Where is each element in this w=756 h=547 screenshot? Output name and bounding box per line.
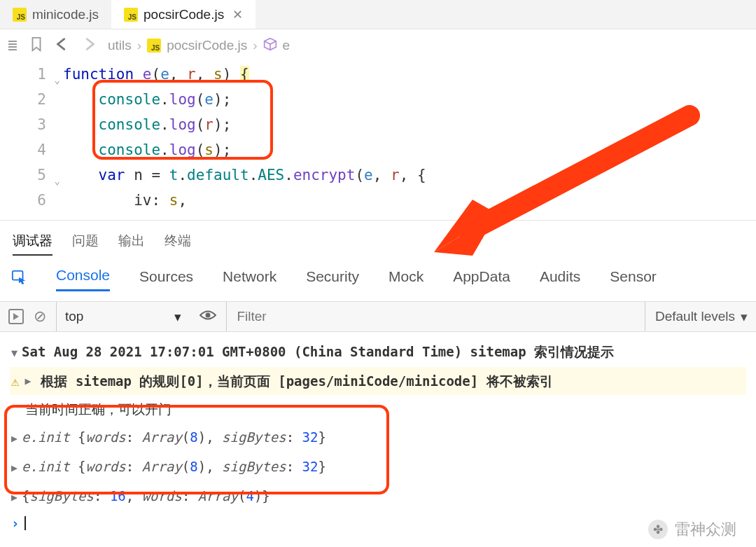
js-icon: JS bbox=[13, 8, 27, 22]
caret bbox=[24, 516, 26, 530]
tab-problems[interactable]: 问题 bbox=[72, 232, 99, 256]
chevron-right-icon: › bbox=[253, 38, 257, 53]
tab-network[interactable]: Network bbox=[223, 268, 276, 291]
context-select[interactable]: top ▾ bbox=[56, 302, 190, 331]
bookmark-icon[interactable] bbox=[29, 36, 43, 55]
code-line: console.log(s); bbox=[63, 137, 756, 162]
code-line: var n = t.default.AES.encrypt(e, r, { bbox=[63, 162, 756, 188]
console-group-header[interactable]: Sat Aug 28 2021 17:07:01 GMT+0800 (China… bbox=[10, 338, 746, 367]
chevron-down-icon: ▾ bbox=[741, 309, 748, 325]
tab-console[interactable]: Console bbox=[56, 267, 110, 291]
breadcrumb: utils › JS pocsirCode.js › e bbox=[108, 37, 290, 55]
breadcrumb-toolbar: ≣ utils › JS pocsirCode.js › e bbox=[0, 29, 756, 62]
expand-icon[interactable] bbox=[24, 370, 31, 392]
file-tab-pocsircode[interactable]: JS pocsirCode.js ✕ bbox=[111, 0, 255, 29]
eye-icon[interactable] bbox=[200, 309, 216, 325]
prompt-chevron-icon: › bbox=[11, 515, 19, 531]
console-object[interactable]: e.init {words: Array(8), sigBytes: 32} bbox=[10, 423, 746, 452]
breadcrumb-symbol[interactable]: e bbox=[283, 38, 290, 53]
chevron-down-icon: ▾ bbox=[174, 309, 181, 325]
back-icon[interactable] bbox=[55, 37, 70, 55]
console-text: Sat Aug 28 2021 17:07:01 GMT+0800 (China… bbox=[22, 344, 614, 359]
line-number: 2 bbox=[37, 91, 46, 108]
clear-console-icon[interactable]: ⊘ bbox=[34, 307, 46, 326]
levels-label: Default levels bbox=[655, 309, 735, 324]
console-toolbar: ⊘ top ▾ Default levels ▾ bbox=[0, 301, 756, 332]
play-icon[interactable] bbox=[8, 309, 24, 324]
tab-output[interactable]: 输出 bbox=[118, 232, 145, 256]
expand-icon[interactable] bbox=[11, 342, 18, 364]
devtools-tabs: Console Sources Network Security Mock Ap… bbox=[0, 261, 756, 301]
expand-icon[interactable] bbox=[11, 457, 18, 479]
breadcrumb-folder[interactable]: utils bbox=[108, 38, 132, 53]
log-levels-select[interactable]: Default levels ▾ bbox=[645, 302, 748, 331]
tab-terminal[interactable]: 终端 bbox=[164, 232, 191, 256]
warning-icon: ⚠ bbox=[11, 370, 19, 392]
line-number: 3 bbox=[37, 116, 46, 133]
console-log-line: 当前时间正确，可以开门 bbox=[10, 395, 746, 423]
line-number: 6 bbox=[37, 192, 46, 209]
code-editor[interactable]: 1⌄ function e(e, r, s) { 2 console.log(e… bbox=[0, 62, 756, 220]
expand-icon[interactable] bbox=[11, 427, 18, 450]
file-tab-label: minicode.js bbox=[32, 7, 99, 22]
code-line: console.log(e); bbox=[63, 87, 756, 112]
file-tab-label: pocsirCode.js bbox=[144, 7, 224, 22]
file-tab-bar: JS minicode.js JS pocsirCode.js ✕ bbox=[0, 0, 756, 29]
js-icon: JS bbox=[147, 39, 161, 53]
wechat-icon: ✤ bbox=[648, 520, 668, 539]
file-tab-minicode[interactable]: JS minicode.js bbox=[0, 0, 111, 29]
console-prompt[interactable]: › bbox=[10, 511, 746, 535]
chevron-right-icon: › bbox=[137, 38, 141, 53]
cube-icon bbox=[263, 37, 277, 55]
close-icon[interactable]: ✕ bbox=[232, 7, 243, 22]
expand-icon[interactable] bbox=[11, 486, 18, 508]
line-number: 5 bbox=[37, 167, 46, 184]
tab-sensor[interactable]: Sensor bbox=[610, 268, 657, 291]
tab-audits[interactable]: Audits bbox=[540, 268, 580, 291]
console-object[interactable]: e.init {words: Array(8), sigBytes: 32} bbox=[10, 452, 746, 482]
console-output: Sat Aug 28 2021 17:07:01 GMT+0800 (China… bbox=[0, 332, 756, 541]
filter-input[interactable] bbox=[226, 302, 635, 331]
context-label: top bbox=[65, 309, 83, 324]
line-number: 1 bbox=[37, 66, 46, 83]
forward-icon[interactable] bbox=[81, 37, 97, 55]
watermark: ✤ 雷神众测 bbox=[648, 519, 736, 540]
console-text: 当前时间正确，可以开门 bbox=[25, 401, 172, 417]
svg-point-1 bbox=[206, 312, 211, 317]
code-line: iv: s, bbox=[63, 188, 756, 213]
console-warning[interactable]: ⚠ 根据 sitemap 的规则[0]，当前页面 [pages/miniCode… bbox=[10, 367, 746, 395]
tab-mock[interactable]: Mock bbox=[388, 268, 424, 291]
bottom-panel-tabs: 调试器 问题 输出 终端 bbox=[0, 220, 756, 261]
js-icon: JS bbox=[124, 8, 138, 22]
tab-sources[interactable]: Sources bbox=[139, 268, 193, 291]
tab-security[interactable]: Security bbox=[306, 268, 359, 291]
code-line: function e(e, r, s) { bbox=[63, 62, 756, 87]
watermark-text: 雷神众测 bbox=[675, 519, 736, 540]
breadcrumb-file[interactable]: pocsirCode.js bbox=[167, 38, 247, 53]
outline-icon[interactable]: ≣ bbox=[7, 38, 18, 54]
tab-debugger[interactable]: 调试器 bbox=[13, 232, 52, 256]
console-text: 根据 sitemap 的规则[0]，当前页面 [pages/miniCode/m… bbox=[41, 370, 552, 392]
inspect-icon[interactable] bbox=[11, 270, 27, 289]
code-line: console.log(r); bbox=[63, 112, 756, 137]
line-number: 4 bbox=[37, 141, 46, 158]
tab-appdata[interactable]: AppData bbox=[453, 268, 510, 291]
console-object[interactable]: {sigBytes: 16, words: Array(4)} bbox=[10, 482, 746, 511]
